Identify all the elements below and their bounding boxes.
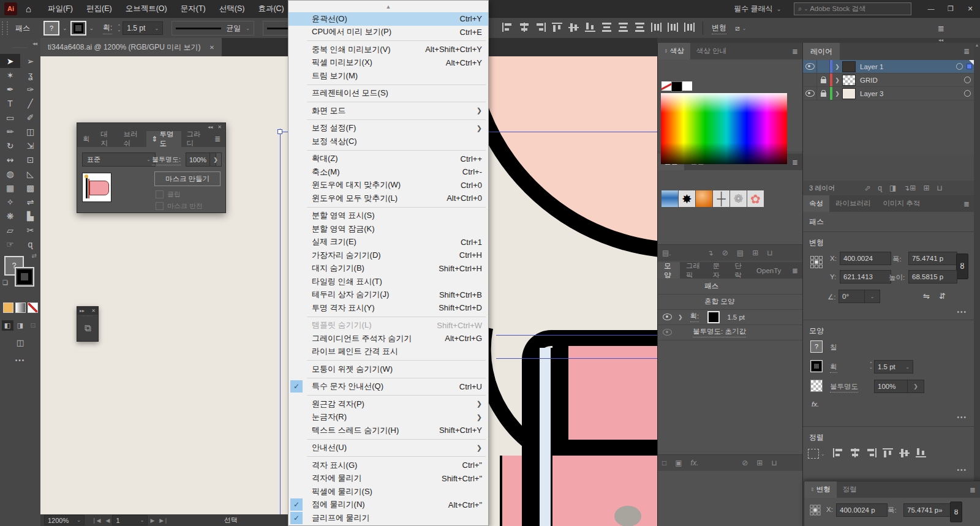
anchor-point[interactable] [277,129,282,134]
rotate-tool[interactable]: ↻ [0,138,20,152]
appearance-tab-1[interactable]: 그래픽 [680,262,707,279]
appearance-tab-2[interactable]: 문자 [706,262,728,279]
shaper-tool[interactable]: ✏ [0,124,20,138]
lock-toggle[interactable] [817,60,830,73]
visibility-icon[interactable] [663,329,672,336]
gradient-swatch-button[interactable] [15,302,26,313]
menubar-item[interactable]: 파일(F) [41,0,80,17]
new-layer-icon[interactable]: ⊞ [923,184,929,192]
height-field[interactable]: 68.5815 p [908,270,957,284]
menu-item[interactable]: CPU에서 미리 보기(P)Ctrl+E [288,26,488,39]
appearance-tab-0[interactable]: 모양 [658,262,680,279]
angle-dropdown-icon[interactable]: ⌄ [864,290,880,303]
panel-menu-icon[interactable]: ≣ [787,262,803,279]
lasso-tool[interactable]: ʓ [20,68,40,82]
eyedropper-tool[interactable]: ✧ [0,195,20,209]
color-tab-1[interactable]: 색상 안내 [690,43,733,59]
y-field[interactable]: 621.1413 [840,270,891,284]
panel-menu-icon[interactable]: ≣ [959,43,974,60]
mesh-tool[interactable]: ▦ [0,181,20,195]
stroke-weight-field[interactable]: 1.5 pt⌄ [874,360,913,374]
menu-item[interactable]: 타일링 인쇄 표시(T) [288,275,488,288]
menu-item[interactable]: 분할 영역 표시(S) [288,209,488,223]
transform-float-tab-0[interactable]: ⇕변형 [804,481,837,498]
properties-tab-0[interactable]: 속성 [803,195,829,212]
selection-tool[interactable]: ➤ [0,54,20,68]
panel-drag-grip[interactable]: '''''''' [77,315,98,319]
transform-icon[interactable]: ⧄ [735,24,740,32]
zoom-level-select[interactable]: 1200%⌄ [44,515,85,525]
menu-item[interactable]: ✓점에 물리기(N)Alt+Ctrl+" [288,498,488,512]
none-swatch[interactable] [662,81,671,91]
delete-symbol-icon[interactable]: ⊔ [767,249,772,257]
transparency-tab-3[interactable]: ⇕투명도 [146,131,181,147]
close-panel-icon[interactable]: ✕ [91,308,96,314]
properties-tab-1[interactable]: 라이브러리 [829,195,877,212]
flip-vertical-icon[interactable]: ⇵ [939,291,946,301]
default-fill-stroke-icon[interactable]: ❏ [2,279,8,286]
document-tab[interactable]: ti344a6408.ai @ 1200% (RGB/GPU 미리 보기) ✕ [40,38,222,56]
close-button[interactable]: ✕ [960,0,980,17]
artboard-tool[interactable]: ▱ [0,223,20,237]
fx-button[interactable]: fx. [812,400,819,408]
appearance-tab-3[interactable]: 단락 [728,262,750,279]
target-circle-icon[interactable] [956,63,963,70]
stroke-weight-stepper[interactable]: ⌃⌄ [117,24,121,32]
flower-symbol[interactable]: ✿ [747,190,764,207]
duplicate-item-icon[interactable]: ⊞ [756,459,763,467]
control-panel-menu-icon[interactable]: ≣ [938,24,944,33]
more-options-ellipsis[interactable]: ••• [957,414,967,421]
flip-horizontal-icon[interactable]: ⇋ [923,291,930,301]
more-options-ellipsis[interactable]: ••• [957,467,967,473]
symbol-library-icon[interactable]: ▤. [662,249,671,257]
scale-tool[interactable]: ⇲ [20,138,40,152]
tab-layers[interactable]: 레이어 [803,43,840,60]
panel-grip[interactable] [2,21,8,35]
align-t-icon[interactable] [552,23,562,32]
menu-item[interactable]: 대지 숨기기(B)Shift+Ctrl+H [288,262,488,276]
break-link-icon[interactable]: ⊘ [722,249,728,257]
align-r-icon[interactable] [535,23,546,32]
opacity-link[interactable]: 불투명도: 초기값 [693,327,746,337]
black-swatch[interactable] [671,81,682,92]
close-panel-icon[interactable]: ✕ [217,124,222,130]
gradient-tool[interactable]: ▩ [20,181,40,195]
appearance-tab-4[interactable]: OpenTy [750,262,787,279]
close-tab-icon[interactable]: ✕ [209,44,214,51]
fill-color-button[interactable]: ? [43,21,59,36]
panel-menu-icon[interactable]: ≣ [959,195,974,212]
target-circle-icon[interactable] [964,90,971,97]
align-ds-icon[interactable] [651,23,662,32]
menu-item[interactable]: 윤곽선(O)Ctrl+Y [288,12,488,26]
layer-name[interactable]: GRID [860,77,878,84]
draw-normal-button[interactable]: ◧ [2,320,13,331]
line-segment-tool[interactable]: ╱ [20,96,40,110]
expand-layer-icon[interactable]: ❯ [832,64,842,70]
align-r-icon[interactable] [866,448,876,457]
vertical-guide[interactable] [280,129,281,526]
panel-menu-icon[interactable]: ≣ [787,154,803,170]
menu-item[interactable]: 트림 보기(M) [288,69,488,83]
direct-selection-tool[interactable]: ➢ [20,54,40,68]
menu-item[interactable]: 윈도우에 모두 맞추기(L)Alt+Ctrl+0 [288,192,488,205]
opacity-label[interactable]: 불투명도: [152,155,181,165]
target-circle-icon[interactable] [964,77,971,83]
invert-mask-checkbox[interactable]: 마스크 반전 [156,201,203,211]
visibility-toggle[interactable] [803,87,817,100]
delete-item-icon[interactable]: ⊔ [771,459,777,467]
stroke-link[interactable]: 획: [690,312,699,322]
transparency-tab-0[interactable]: 획 [77,131,96,147]
horizontal-guide[interactable] [496,335,657,336]
previous-artboard-icon[interactable]: ◀ [105,517,110,524]
minimize-button[interactable]: — [921,0,941,17]
menu-item[interactable]: 프레젠테이션 모드(S) [288,87,488,100]
pen-tool[interactable]: ✒ [0,82,20,96]
align-dv-icon[interactable] [618,23,628,32]
blend-tool[interactable]: ⇌ [20,195,40,209]
menu-item[interactable]: 그레이디언트 주석자 숨기기Alt+Ctrl+G [288,332,488,345]
first-artboard-icon[interactable]: ❘◀ [92,517,100,524]
stroke-link[interactable]: 획 [830,363,837,373]
menu-item[interactable]: 텍스트 스레드 숨기기(H)Shift+Ctrl+Y [288,424,488,437]
menubar-item[interactable]: 편집(E) [80,0,119,17]
menu-item[interactable]: 분할 영역 잠금(K) [288,222,488,236]
